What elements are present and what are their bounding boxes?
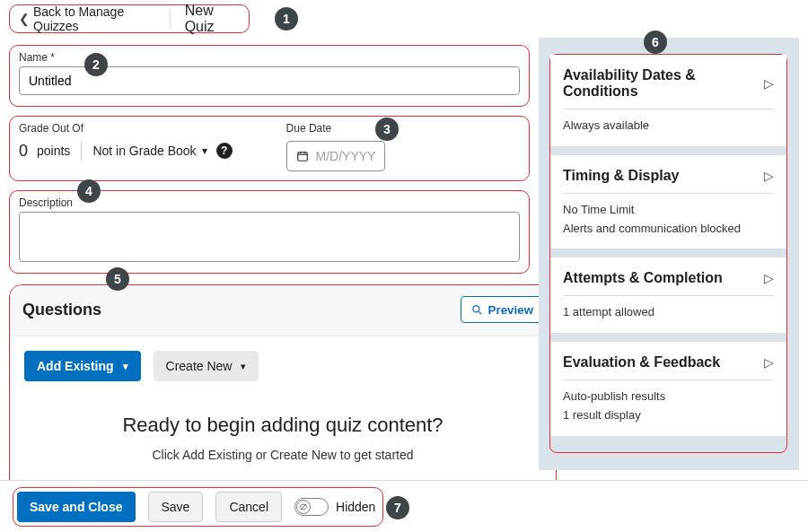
card-availability-title: Availability Dates & Conditions bbox=[563, 67, 764, 100]
card-timing-header[interactable]: Timing & Display ▷ bbox=[563, 168, 774, 184]
preview-icon bbox=[470, 303, 483, 316]
grade-points-unit: points bbox=[37, 144, 70, 158]
calendar-icon bbox=[296, 150, 309, 162]
visibility-toggle-group: Hidden bbox=[294, 498, 375, 516]
annotation-badge-1: 1 bbox=[275, 7, 298, 31]
card-attempts-title: Attempts & Completion bbox=[563, 270, 723, 286]
add-existing-label: Add Existing bbox=[37, 359, 114, 373]
create-new-label: Create New bbox=[166, 359, 233, 373]
questions-body: Add Existing ▾ Create New ▾ Ready to beg… bbox=[10, 336, 556, 476]
due-date-col: Due Date M/D/YYYY bbox=[286, 122, 386, 171]
grade-points-value: 0 bbox=[19, 142, 28, 161]
card-line: 1 attempt allowed bbox=[563, 303, 774, 322]
card-line: Always available bbox=[563, 117, 774, 135]
right-panel: Availability Dates & Conditions ▷ Always… bbox=[549, 54, 787, 453]
chevron-right-icon: ▷ bbox=[764, 355, 774, 370]
card-divider bbox=[563, 109, 774, 109]
cancel-button[interactable]: Cancel bbox=[215, 492, 282, 522]
chevron-left-icon: ❮ bbox=[19, 12, 30, 26]
eye-off-icon bbox=[299, 502, 308, 511]
header-divider bbox=[170, 9, 171, 29]
card-availability: Availability Dates & Conditions ▷ Always… bbox=[550, 55, 786, 146]
questions-empty-state: Ready to begin adding quiz content? Clic… bbox=[24, 414, 541, 462]
annotation-badge-6: 6 bbox=[644, 31, 667, 54]
visibility-toggle-label: Hidden bbox=[336, 500, 375, 514]
description-textarea[interactable] bbox=[19, 212, 520, 262]
empty-state-title: Ready to begin adding quiz content? bbox=[24, 414, 541, 437]
save-label: Save bbox=[162, 500, 190, 514]
card-attempts-header[interactable]: Attempts & Completion ▷ bbox=[563, 270, 774, 286]
annotation-badge-7: 7 bbox=[386, 496, 409, 519]
card-evaluation-title: Evaluation & Feedback bbox=[563, 354, 720, 371]
page-title: New Quiz bbox=[185, 3, 240, 35]
card-line: Auto-publish results bbox=[563, 388, 774, 406]
annotation-badge-2: 2 bbox=[84, 53, 108, 76]
chevron-right-icon: ▷ bbox=[764, 169, 774, 183]
chevron-down-icon: ▾ bbox=[241, 362, 246, 371]
grade-divider bbox=[81, 141, 82, 161]
grade-book-dropdown[interactable]: Not in Grade Book ▾ bbox=[92, 144, 206, 158]
add-existing-button[interactable]: Add Existing ▾ bbox=[24, 351, 141, 381]
svg-point-4 bbox=[473, 306, 479, 312]
header-bar: ❮ Back to Manage Quizzes New Quiz bbox=[9, 4, 250, 33]
help-icon[interactable]: ? bbox=[216, 143, 233, 159]
annotation-badge-4: 4 bbox=[77, 179, 101, 203]
card-line: 1 result display bbox=[563, 406, 774, 425]
card-evaluation-header[interactable]: Evaluation & Feedback ▷ bbox=[563, 354, 774, 371]
left-column: Name * Grade Out Of 0 points Not in Grad… bbox=[9, 45, 530, 499]
grade-out-of-col: Grade Out Of 0 points Not in Grade Book … bbox=[19, 122, 233, 161]
create-new-button[interactable]: Create New ▾ bbox=[154, 351, 259, 381]
save-and-close-label: Save and Close bbox=[30, 500, 123, 514]
name-section: Name * bbox=[9, 45, 530, 107]
questions-header: Questions Preview bbox=[10, 285, 556, 336]
visibility-toggle[interactable] bbox=[294, 498, 329, 516]
due-date-label: Due Date bbox=[286, 122, 386, 135]
cancel-label: Cancel bbox=[229, 500, 268, 514]
preview-button-label: Preview bbox=[488, 303, 533, 317]
annotation-badge-3: 3 bbox=[375, 118, 399, 141]
svg-rect-0 bbox=[297, 153, 307, 161]
card-evaluation: Evaluation & Feedback ▷ Auto-publish res… bbox=[550, 342, 786, 436]
chevron-right-icon: ▷ bbox=[764, 76, 774, 91]
card-line: Alerts and communication blocked bbox=[563, 220, 774, 239]
toggle-knob bbox=[296, 500, 311, 514]
save-and-close-button[interactable]: Save and Close bbox=[17, 492, 136, 522]
chevron-right-icon: ▷ bbox=[764, 271, 774, 285]
card-divider bbox=[563, 379, 774, 380]
card-line: No Time Limit bbox=[563, 201, 774, 220]
save-button[interactable]: Save bbox=[148, 492, 204, 522]
questions-section: Questions Preview Add Existing ▾ Create … bbox=[9, 284, 557, 499]
card-divider bbox=[563, 295, 774, 296]
due-date-input[interactable]: M/D/YYYY bbox=[286, 141, 386, 171]
due-date-placeholder: M/D/YYYY bbox=[316, 149, 376, 163]
chevron-down-icon: ▾ bbox=[123, 362, 128, 371]
card-divider bbox=[563, 193, 774, 194]
card-attempts: Attempts & Completion ▷ 1 attempt allowe… bbox=[550, 257, 786, 333]
preview-button[interactable]: Preview bbox=[461, 296, 543, 323]
card-timing-title: Timing & Display bbox=[563, 168, 680, 184]
card-availability-header[interactable]: Availability Dates & Conditions ▷ bbox=[563, 67, 774, 100]
chevron-down-icon: ▾ bbox=[202, 144, 207, 157]
grade-due-section: Grade Out Of 0 points Not in Grade Book … bbox=[9, 116, 530, 181]
questions-heading: Questions bbox=[22, 301, 101, 319]
grade-book-dropdown-label: Not in Grade Book bbox=[92, 144, 196, 158]
empty-state-subtitle: Click Add Existing or Create New to get … bbox=[24, 448, 541, 462]
back-link-label: Back to Manage Quizzes bbox=[33, 4, 155, 33]
card-timing: Timing & Display ▷ No Time Limit Alerts … bbox=[550, 155, 786, 249]
footer-action-group: Save and Close Save Cancel Hidden bbox=[13, 487, 383, 527]
svg-line-5 bbox=[479, 311, 481, 314]
annotation-badge-5: 5 bbox=[106, 267, 129, 291]
back-link[interactable]: ❮ Back to Manage Quizzes bbox=[19, 4, 155, 33]
grade-label: Grade Out Of bbox=[19, 122, 233, 135]
